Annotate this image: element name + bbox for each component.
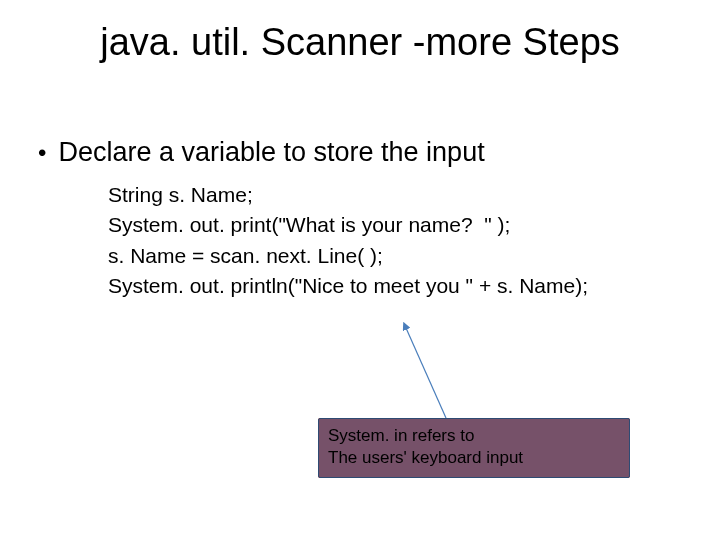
code-line-4: System. out. println("Nice to meet you "… bbox=[108, 271, 684, 301]
arrow-icon bbox=[398, 322, 458, 422]
code-line-3: s. Name = scan. next. Line( ); bbox=[108, 241, 684, 271]
callout-line-2: The users' keyboard input bbox=[328, 447, 622, 469]
bullet-item: • Declare a variable to store the input bbox=[36, 136, 684, 170]
slide-body: • Declare a variable to store the input … bbox=[36, 136, 684, 302]
callout-box: System. in refers to The users' keyboard… bbox=[318, 418, 630, 478]
code-block: String s. Name; System. out. print("What… bbox=[108, 180, 684, 302]
callout-line-1: System. in refers to bbox=[328, 425, 622, 447]
slide-title: java. util. Scanner -more Steps bbox=[0, 22, 720, 64]
code-line-1: String s. Name; bbox=[108, 180, 684, 210]
bullet-text: Declare a variable to store the input bbox=[58, 136, 484, 170]
code-line-2: System. out. print("What is your name? "… bbox=[108, 210, 684, 240]
svg-line-0 bbox=[406, 328, 446, 418]
slide: java. util. Scanner -more Steps • Declar… bbox=[0, 0, 720, 540]
callout-text: System. in refers to The users' keyboard… bbox=[328, 425, 622, 469]
bullet-dot: • bbox=[36, 136, 46, 170]
